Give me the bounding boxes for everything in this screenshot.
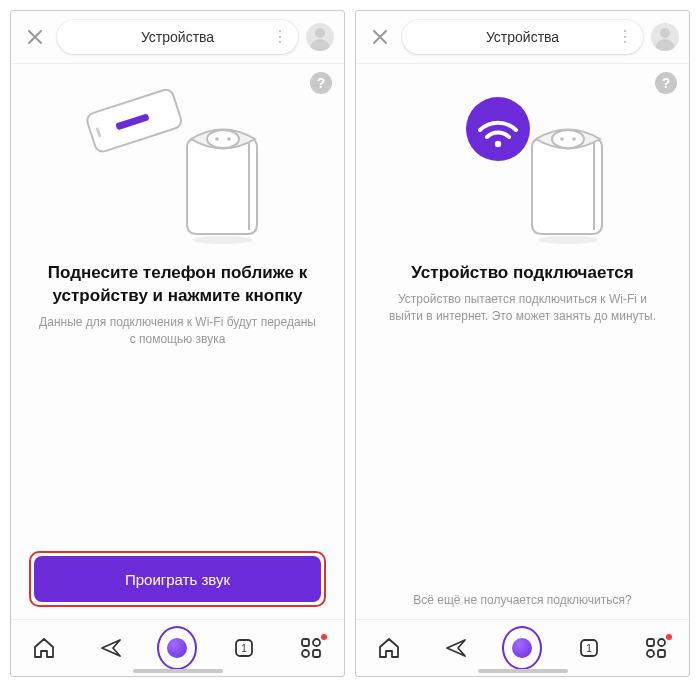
svg-point-4 bbox=[215, 137, 219, 141]
top-bar: Устройства ⋮ bbox=[11, 11, 344, 64]
play-sound-button[interactable]: Проиграть звук bbox=[34, 556, 321, 602]
subtext: Устройство пытается подключиться к Wi-Fi… bbox=[384, 291, 661, 325]
headline: Поднесите телефон поближе к устройству и… bbox=[37, 262, 318, 308]
help-icon[interactable]: ? bbox=[310, 72, 332, 94]
subtext: Данные для подключения к Wi-Fi будут пер… bbox=[39, 314, 316, 348]
svg-point-16 bbox=[560, 137, 564, 141]
svg-rect-10 bbox=[313, 639, 320, 646]
page-title: Устройства bbox=[141, 29, 214, 45]
screen-2: Устройства ⋮ ? bbox=[355, 10, 690, 677]
cta-highlight-box: Проиграть звук bbox=[29, 551, 326, 607]
nav-alice-icon[interactable] bbox=[502, 628, 542, 668]
close-icon[interactable] bbox=[21, 23, 49, 51]
svg-point-18 bbox=[538, 236, 598, 244]
content-area: ? bbox=[356, 64, 689, 619]
nav-tab-count: 1 bbox=[586, 643, 592, 654]
svg-rect-22 bbox=[658, 639, 665, 646]
title-pill[interactable]: Устройства ⋮ bbox=[57, 20, 298, 54]
svg-point-3 bbox=[207, 130, 239, 148]
bottom-nav: 1 bbox=[356, 619, 689, 676]
notification-dot-icon bbox=[666, 634, 672, 640]
nav-send-icon[interactable] bbox=[91, 628, 131, 668]
svg-point-5 bbox=[227, 137, 231, 141]
nav-home-icon[interactable] bbox=[369, 628, 409, 668]
svg-rect-9 bbox=[302, 639, 309, 646]
notification-dot-icon bbox=[321, 634, 327, 640]
screen-1: Устройства ⋮ ? bbox=[10, 10, 345, 677]
headline: Устройство подключается bbox=[411, 262, 633, 285]
svg-point-6 bbox=[193, 236, 253, 244]
page-title: Устройства bbox=[486, 29, 559, 45]
nav-tabs-icon[interactable]: 1 bbox=[224, 628, 264, 668]
nav-tab-count: 1 bbox=[241, 643, 247, 654]
svg-rect-24 bbox=[658, 650, 665, 657]
svg-point-14 bbox=[494, 141, 500, 147]
illustration-speaker-wifi bbox=[418, 84, 628, 254]
help-icon[interactable]: ? bbox=[655, 72, 677, 94]
svg-point-15 bbox=[552, 130, 584, 148]
bottom-nav: 1 bbox=[11, 619, 344, 676]
content-area: ? bbox=[11, 64, 344, 619]
svg-rect-23 bbox=[647, 650, 654, 657]
illustration-phone-to-speaker bbox=[73, 84, 283, 254]
nav-send-icon[interactable] bbox=[436, 628, 476, 668]
nav-apps-icon[interactable] bbox=[291, 628, 331, 668]
nav-apps-icon[interactable] bbox=[636, 628, 676, 668]
avatar[interactable] bbox=[651, 23, 679, 51]
top-bar: Устройства ⋮ bbox=[356, 11, 689, 64]
more-icon[interactable]: ⋮ bbox=[272, 29, 288, 45]
title-pill[interactable]: Устройства ⋮ bbox=[402, 20, 643, 54]
close-icon[interactable] bbox=[366, 23, 394, 51]
svg-rect-12 bbox=[313, 650, 320, 657]
nav-home-icon[interactable] bbox=[24, 628, 64, 668]
home-indicator bbox=[478, 669, 568, 673]
nav-alice-icon[interactable] bbox=[157, 628, 197, 668]
home-indicator bbox=[133, 669, 223, 673]
svg-rect-11 bbox=[302, 650, 309, 657]
nav-tabs-icon[interactable]: 1 bbox=[569, 628, 609, 668]
avatar[interactable] bbox=[306, 23, 334, 51]
cta-container: Проиграть звук bbox=[27, 551, 328, 619]
svg-rect-21 bbox=[647, 639, 654, 646]
troubleshoot-link[interactable]: Всё ещё не получается подключиться? bbox=[413, 593, 631, 619]
svg-point-13 bbox=[466, 97, 530, 161]
svg-point-17 bbox=[572, 137, 576, 141]
more-icon[interactable]: ⋮ bbox=[617, 29, 633, 45]
